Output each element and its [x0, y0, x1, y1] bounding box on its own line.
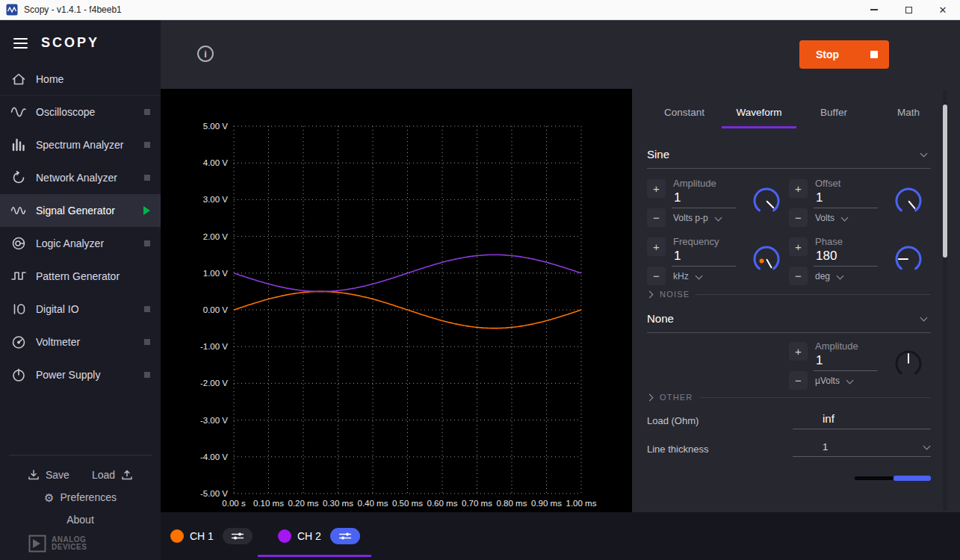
info-button[interactable]: i — [197, 46, 214, 62]
sidebar-item-pattern-generator[interactable]: Pattern Generator — [0, 260, 161, 293]
panel-scrollbar-thumb[interactable] — [943, 105, 947, 258]
frequency-unit-select[interactable]: kHz — [672, 271, 743, 281]
phase-increment-button[interactable]: + — [789, 237, 808, 256]
preferences-button[interactable]: ⚙ Preferences — [0, 491, 161, 503]
phase-unit-value: deg — [815, 271, 830, 281]
hamburger-menu-icon[interactable] — [12, 37, 29, 50]
phase-decrement-button[interactable]: − — [789, 267, 808, 285]
chevron-down-icon — [695, 272, 702, 279]
stop-button-label: Stop — [816, 49, 839, 60]
minimize-button[interactable] — [857, 0, 891, 19]
sidebar-item-voltmeter[interactable]: Voltmeter — [0, 326, 161, 358]
amplitude-unit-select[interactable]: Volts p-p — [672, 213, 743, 223]
knob-mode-dot — [760, 259, 764, 264]
maximize-button[interactable] — [891, 0, 926, 19]
app-icon — [6, 4, 18, 16]
amplitude-input[interactable] — [672, 189, 736, 208]
phase-unit-select[interactable]: deg — [814, 271, 885, 281]
sidebar-item-power-supply[interactable]: Power Supply — [0, 358, 161, 391]
signal-plot[interactable]: 5.00 V4.00 V3.00 V2.00 V1.00 V0.00 V-1.0… — [161, 89, 632, 512]
x-axis-tick-label: 0.90 ms — [531, 499, 562, 508]
oscilloscope-icon — [10, 104, 27, 120]
line-thickness-select[interactable]: 1 — [793, 441, 931, 457]
channel-2-handle[interactable]: CH 2 — [258, 512, 371, 560]
tab-buffer[interactable]: Buffer — [796, 107, 871, 128]
titlebar: Scopy - v1.4.1 - f4beeb1 ✕ — [0, 0, 960, 20]
offset-increment-button[interactable]: + — [789, 179, 808, 198]
noise-amplitude-decrement-button[interactable]: − — [789, 371, 808, 390]
y-axis-tick-label: -5.00 V — [200, 489, 228, 498]
panel-horizontal-slider[interactable] — [855, 476, 931, 481]
sidebar-item-signal-generator[interactable]: Signal Generator — [0, 194, 161, 227]
load-button[interactable]: Load — [92, 469, 133, 481]
sidebar-item-home[interactable]: Home — [0, 63, 161, 96]
offset-control: + − Offset Volts — [789, 178, 931, 227]
frequency-increment-button[interactable]: + — [647, 237, 666, 256]
x-axis-tick-label: 0.60 ms — [427, 499, 458, 508]
amplitude-knob[interactable] — [749, 184, 784, 218]
noise-type-select[interactable]: None — [647, 308, 931, 333]
phase-knob[interactable] — [891, 242, 926, 276]
frequency-decrement-button[interactable]: − — [647, 267, 666, 285]
tab-math[interactable]: Math — [871, 107, 946, 128]
noise-amplitude-input[interactable] — [814, 352, 878, 371]
channel-1-handle[interactable]: CH 1 — [161, 512, 258, 560]
channel-bar: CH 1 CH 2 — [161, 512, 960, 560]
stopped-indicator — [144, 175, 150, 181]
network-analyzer-icon — [10, 169, 27, 186]
noise-amplitude-increment-button[interactable]: + — [789, 342, 808, 361]
noise-section-header[interactable]: NOISE — [647, 290, 931, 299]
channel-2-settings-toggle[interactable] — [330, 528, 360, 544]
x-axis-tick-label: 0.30 ms — [323, 499, 353, 508]
other-section-header[interactable]: OTHER — [647, 393, 931, 402]
amplitude-label: Amplitude — [672, 178, 743, 189]
tab-constant[interactable]: Constant — [647, 107, 722, 128]
chevron-down-icon — [837, 272, 844, 279]
channel-1-settings-toggle[interactable] — [223, 528, 253, 544]
stop-run-button[interactable]: Stop — [799, 40, 889, 69]
home-icon — [10, 71, 27, 87]
frequency-knob[interactable] — [749, 242, 784, 276]
adi-triangle-icon — [28, 535, 46, 553]
waveform-controls: + − Amplitude Volts p-p — [647, 178, 960, 285]
section-divider — [696, 294, 931, 295]
running-indicator — [143, 206, 150, 215]
stopped-indicator — [144, 339, 150, 345]
sidebar-item-spectrum-analyzer[interactable]: Spectrum Analyzer — [0, 128, 161, 161]
sidebar-item-oscilloscope[interactable]: Oscilloscope — [0, 96, 161, 128]
load-ohm-input[interactable] — [793, 412, 931, 429]
waveform-type-select[interactable]: Sine — [647, 143, 931, 169]
stop-square-icon — [870, 51, 878, 58]
close-button[interactable]: ✕ — [926, 0, 960, 19]
noise-amplitude-unit-select[interactable]: µVolts — [814, 376, 885, 386]
save-button[interactable]: Save — [28, 469, 69, 481]
minimize-icon — [870, 9, 878, 10]
stopped-indicator — [144, 109, 150, 115]
sidebar-item-digital-io[interactable]: Digital IO — [0, 293, 161, 326]
slider-thumb[interactable] — [894, 476, 931, 481]
chevron-down-icon — [846, 376, 853, 384]
sidebar-item-network-analyzer[interactable]: Network Analyzer — [0, 161, 161, 194]
amplitude-increment-button[interactable]: + — [647, 179, 666, 198]
offset-decrement-button[interactable]: − — [789, 208, 808, 227]
noise-amplitude-knob[interactable] — [891, 346, 926, 381]
noise-type-value: None — [647, 312, 674, 325]
about-button[interactable]: About — [0, 514, 161, 526]
y-axis-tick-label: 5.00 V — [203, 122, 229, 131]
amplitude-decrement-button[interactable]: − — [647, 208, 666, 227]
sidebar-item-logic-analyzer[interactable]: Logic Analyzer — [0, 227, 161, 260]
noise-amplitude-unit-value: µVolts — [815, 376, 840, 386]
phase-input[interactable] — [814, 247, 878, 267]
frequency-input[interactable] — [672, 247, 736, 267]
sidebar-item-label: Logic Analyzer — [36, 237, 135, 249]
y-axis-tick-label: 0.00 V — [203, 305, 229, 314]
y-axis-tick-label: 3.00 V — [203, 195, 229, 204]
x-axis-tick-label: 0.20 ms — [288, 499, 319, 508]
tab-waveform[interactable]: Waveform — [722, 107, 796, 128]
amplitude-control: + − Amplitude Volts p-p — [647, 178, 789, 227]
offset-unit-select[interactable]: Volts — [814, 213, 885, 223]
offset-knob[interactable] — [891, 184, 926, 218]
offset-input[interactable] — [814, 189, 878, 208]
stopped-indicator — [144, 306, 150, 312]
sidebar-item-label: Oscilloscope — [36, 106, 135, 118]
